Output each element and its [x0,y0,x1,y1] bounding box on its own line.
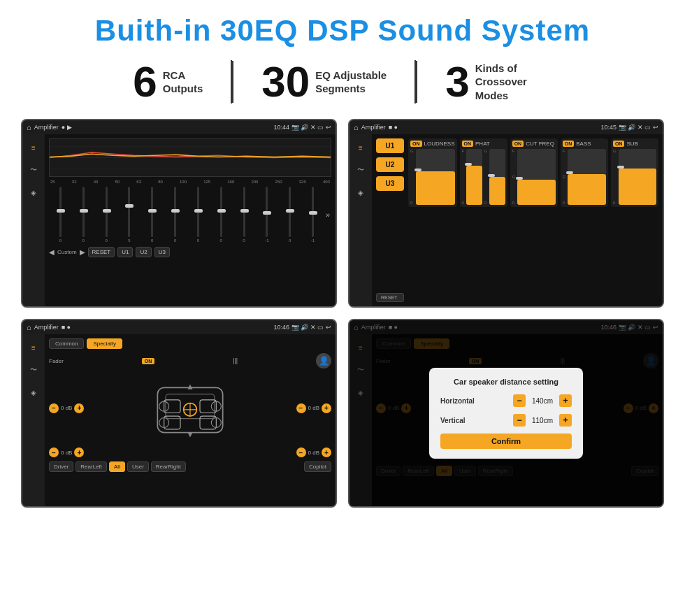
home-icon-eq[interactable]: ⌂ [27,123,31,131]
distance-dialog: Car speaker distance setting Horizontal … [429,368,583,459]
bass-slider[interactable] [568,149,605,205]
db-plus-2[interactable]: + [74,447,84,457]
db-ctrl-0: − 0 dB + [49,403,84,413]
u1-preset[interactable]: U1 [376,138,404,153]
u2-preset[interactable]: U2 [376,157,404,172]
loudness-slider[interactable] [416,149,455,205]
cutfreq-slider[interactable] [517,149,555,205]
speaker-icon-f[interactable]: ◈ [26,385,41,400]
db-plus-1[interactable]: + [322,403,331,413]
db-plus-0[interactable]: + [74,403,84,413]
wave-icon-f[interactable]: 〜 [26,362,41,378]
dialog-title: Car speaker distance setting [440,378,572,386]
btn-rearleft[interactable]: RearLeft [75,461,107,472]
btn-driver[interactable]: Driver [49,461,73,472]
eq-slider-7[interactable]: 0 [211,187,231,243]
sub-slider[interactable] [619,149,656,205]
stat-crossover: 3 Kinds of Crossover Modes [417,60,579,103]
home-icon-crossover[interactable]: ⌂ [354,123,359,131]
db-value-0: 0 dB [61,405,72,411]
status-bar-crossover: ⌂ Amplifier ■ ● 10:45 📷 🔊 ✕ ▭ ↩ [349,120,663,134]
eq-sliders: 0 0 0 5 [49,187,331,243]
home-icon-fader[interactable]: ⌂ [27,323,31,331]
custom-label: Custom [57,249,77,255]
btn-user[interactable]: User [127,461,149,472]
eq-main-area: 25 32 40 50 63 80 100 125 160 200 250 32… [45,134,336,306]
ch-bass: ONBASS FG0 [561,138,608,207]
eq-slider-0[interactable]: 0 [50,187,71,243]
db-minus-1[interactable]: − [296,403,306,413]
dialog-vertical-row: Vertical − 110cm + [440,414,572,427]
eq-slider-10[interactable]: 0 [280,187,300,243]
status-icons-fader: 📷 🔊 ✕ ▭ ↩ [291,324,331,331]
prev-button[interactable]: ◀ [49,248,55,256]
horizontal-minus[interactable]: − [513,394,526,407]
u2-button[interactable]: U2 [136,247,151,257]
fader-slider-label: ||| [233,357,238,364]
u3-preset[interactable]: U3 [376,176,404,191]
eq-slider-4[interactable]: 0 [142,187,162,243]
svg-marker-18 [188,433,193,438]
phat-slider[interactable] [466,149,482,205]
eq-icon-f[interactable]: ≡ [26,340,41,355]
speaker-icon[interactable]: ◈ [26,185,41,200]
eq-slider-2[interactable]: 0 [96,187,117,243]
eq-slider-8[interactable]: 0 [234,187,254,243]
play-dots-fader: ■ ● [62,324,71,331]
svg-marker-17 [188,385,193,389]
horizontal-value: 140cm [528,397,556,405]
car-diagram [141,371,239,445]
btn-all[interactable]: All [109,461,125,472]
reset-crossover[interactable]: RESET [376,293,404,302]
more-icon[interactable]: » [326,210,330,219]
fader-on-badge[interactable]: ON [142,358,155,364]
btn-rearright[interactable]: RearRight [151,461,186,472]
wave-icon-c[interactable]: 〜 [353,162,368,178]
db-minus-3[interactable]: − [296,447,306,457]
eq-slider-5[interactable]: 0 [165,187,185,243]
vertical-minus[interactable]: − [513,414,526,427]
stats-row: 6 RCA Outputs 30 EQ Adjustable Segments … [21,60,664,103]
vertical-value: 110cm [528,417,556,424]
btn-copilot[interactable]: Copilot [304,461,331,472]
wave-icon[interactable]: 〜 [26,162,41,178]
stat-number-eq: 30 [261,60,310,103]
eq-icon-c[interactable]: ≡ [353,140,368,155]
distance-dialog-overlay: Car speaker distance setting Horizontal … [349,320,663,506]
u3-button[interactable]: U3 [154,247,170,257]
screenshots-grid: ⌂ Amplifier ● ▶ 10:44 📷 🔊 ✕ ▭ ↩ ≡ 〜 ◈ [21,119,664,508]
horizontal-ctrl: − 140cm + [513,394,572,407]
fader-bottom-buttons: Driver RearLeft All User RearRight Copil… [49,461,331,472]
fader-label: Fader [49,358,64,364]
screen-fader: ⌂ Amplifier ■ ● 10:46 📷 🔊 ✕ ▭ ↩ ≡ 〜 ◈ [21,319,337,508]
play-button[interactable]: ▶ [80,248,85,256]
stat-number-rca: 6 [133,60,157,103]
eq-slider-9[interactable]: -1 [257,187,277,243]
person-icon: 👤 [316,353,331,368]
eq-icon[interactable]: ≡ [26,140,41,155]
db-plus-3[interactable]: + [322,447,331,457]
stat-eq: 30 EQ Adjustable Segments [233,60,416,103]
reset-button-eq[interactable]: RESET [88,247,115,257]
eq-controls: ◀ Custom ▶ RESET U1 U2 U3 [49,247,331,257]
ch-loudness: ONLOUDNESS G0 [408,138,457,207]
fader-main: Common Specialty Fader ON ||| 👤 − [45,334,336,506]
side-icons-eq: ≡ 〜 ◈ [22,134,45,306]
eq-slider-3[interactable]: 5 [119,187,139,243]
eq-slider-6[interactable]: 0 [188,187,208,243]
vertical-plus[interactable]: + [559,414,572,427]
screen-crossover: ⌂ Amplifier ■ ● 10:45 📷 🔊 ✕ ▭ ↩ ≡ 〜 ◈ [348,119,664,308]
phat-slider2[interactable] [489,149,505,205]
horizontal-label: Horizontal [440,397,475,405]
db-minus-2[interactable]: − [49,447,59,457]
tab-specialty[interactable]: Specialty [87,338,122,349]
db-minus-0[interactable]: − [49,403,59,413]
confirm-button[interactable]: Confirm [440,434,572,449]
fader-on-row: Fader ON ||| 👤 [49,353,331,368]
eq-slider-11[interactable]: -1 [303,187,323,243]
eq-slider-1[interactable]: 0 [73,187,94,243]
tab-common[interactable]: Common [49,338,84,349]
speaker-icon-c[interactable]: ◈ [353,185,368,200]
horizontal-plus[interactable]: + [559,394,572,407]
u1-button[interactable]: U1 [117,247,133,257]
